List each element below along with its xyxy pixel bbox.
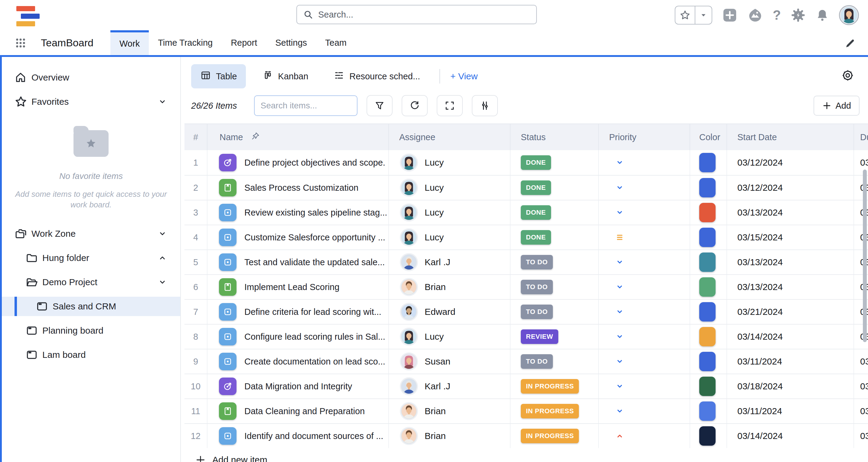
status-cell[interactable]: TO DO bbox=[510, 275, 599, 299]
item-name-cell[interactable]: Data Cleaning and Preparation bbox=[208, 399, 389, 423]
view-tab-table[interactable]: Table bbox=[191, 64, 246, 88]
filter-button[interactable] bbox=[367, 95, 393, 116]
assignee-cell[interactable]: Karl .J bbox=[389, 374, 510, 398]
pin-icon[interactable] bbox=[251, 132, 260, 143]
items-search-input[interactable] bbox=[261, 101, 351, 111]
apps-grid-icon[interactable] bbox=[14, 37, 27, 50]
fullscreen-button[interactable] bbox=[437, 95, 463, 116]
assignee-cell[interactable]: Brian bbox=[389, 424, 510, 448]
priority-cell[interactable] bbox=[599, 225, 690, 250]
refresh-button[interactable] bbox=[402, 95, 428, 116]
achievement-badge-icon[interactable] bbox=[747, 7, 763, 23]
color-swatch[interactable] bbox=[699, 302, 716, 321]
status-cell[interactable]: DONE bbox=[510, 150, 599, 175]
global-search-input[interactable] bbox=[318, 10, 530, 20]
start-date-cell[interactable]: 03/21/2024 bbox=[727, 300, 854, 324]
start-date-cell[interactable]: 03/11/2024 bbox=[727, 349, 854, 374]
color-swatch[interactable] bbox=[699, 178, 716, 197]
view-tab-resource-scheduling[interactable]: Resource sched... bbox=[324, 64, 429, 88]
priority-cell[interactable] bbox=[599, 399, 690, 423]
priority-low-chevron-down-icon[interactable] bbox=[615, 207, 625, 218]
color-cell[interactable] bbox=[690, 150, 727, 175]
color-cell[interactable] bbox=[690, 349, 727, 374]
table-row[interactable]: 6 Implement Lead Scoring Brian bbox=[185, 274, 868, 299]
color-cell[interactable] bbox=[690, 374, 727, 398]
color-cell[interactable] bbox=[690, 225, 727, 250]
assignee-cell[interactable]: Lucy bbox=[389, 225, 510, 250]
priority-cell[interactable] bbox=[599, 324, 690, 349]
start-date-cell[interactable]: 03/12/2024 bbox=[727, 150, 854, 175]
column-header-assignee[interactable]: Assignee bbox=[389, 124, 510, 150]
assignee-cell[interactable]: Susan bbox=[389, 349, 510, 374]
item-name-cell[interactable]: Review existing sales pipeline stag... bbox=[208, 200, 389, 225]
priority-cell[interactable] bbox=[599, 176, 690, 200]
status-badge[interactable]: TO DO bbox=[521, 280, 553, 294]
assignee-cell[interactable]: Karl .J bbox=[389, 250, 510, 274]
status-badge[interactable]: TO DO bbox=[521, 305, 553, 319]
color-cell[interactable] bbox=[690, 399, 727, 423]
priority-low-chevron-down-icon[interactable] bbox=[615, 157, 625, 168]
color-cell[interactable] bbox=[690, 250, 727, 274]
board-settings-gear-icon[interactable] bbox=[841, 68, 855, 84]
assignee-cell[interactable]: Lucy bbox=[389, 200, 510, 225]
due-date-cell[interactable]: 03 bbox=[854, 374, 868, 398]
status-cell[interactable]: DONE bbox=[510, 176, 599, 200]
sidebar-item-favorites[interactable]: Favorites bbox=[2, 92, 180, 111]
color-swatch[interactable] bbox=[699, 352, 716, 371]
color-swatch[interactable] bbox=[699, 228, 716, 247]
item-name-cell[interactable]: Define project objectives and scope. bbox=[208, 150, 389, 175]
table-row[interactable]: 5 Test and validate the updated sale... … bbox=[185, 250, 868, 274]
color-cell[interactable] bbox=[690, 424, 727, 448]
status-badge[interactable]: REVIEW bbox=[521, 329, 558, 344]
tab-time-tracking[interactable]: Time Tracking bbox=[149, 30, 222, 55]
tab-report[interactable]: Report bbox=[222, 30, 266, 55]
column-header-priority[interactable]: Priority bbox=[599, 124, 690, 150]
start-date-cell[interactable]: 03/14/2024 bbox=[727, 324, 854, 349]
favorites-dropdown-caret[interactable] bbox=[695, 6, 712, 24]
table-row[interactable]: 4 Customize Salesforce opportunity ... L… bbox=[185, 225, 868, 250]
status-cell[interactable]: TO DO bbox=[510, 349, 599, 374]
table-row[interactable]: 3 Review existing sales pipeline stag...… bbox=[185, 200, 868, 225]
chevron-down-icon[interactable] bbox=[157, 277, 167, 287]
tab-team[interactable]: Team bbox=[316, 30, 356, 55]
color-swatch[interactable] bbox=[699, 153, 716, 172]
status-badge[interactable]: DONE bbox=[521, 205, 551, 220]
assignee-cell[interactable]: Lucy bbox=[389, 324, 510, 349]
add-new-item-row[interactable]: Add new item bbox=[195, 451, 868, 462]
item-name-cell[interactable]: Create documentation on lead sco... bbox=[208, 349, 389, 374]
edit-pencil-icon[interactable] bbox=[844, 37, 856, 50]
color-swatch[interactable] bbox=[699, 426, 716, 446]
table-row[interactable]: 11 Data Cleaning and Preparation Brian bbox=[185, 398, 868, 423]
favorites-split-button[interactable] bbox=[675, 6, 712, 25]
priority-medium-bars-icon[interactable] bbox=[615, 232, 625, 242]
column-header-name[interactable]: Name bbox=[208, 124, 389, 150]
status-badge[interactable]: DONE bbox=[521, 155, 551, 170]
priority-cell[interactable] bbox=[599, 374, 690, 398]
priority-cell[interactable] bbox=[599, 200, 690, 225]
start-date-cell[interactable]: 03/13/2024 bbox=[727, 200, 854, 225]
table-row[interactable]: 12 Identify and document sources of ... … bbox=[185, 423, 868, 448]
priority-low-chevron-down-icon[interactable] bbox=[615, 356, 625, 367]
status-cell[interactable]: IN PROGRESS bbox=[510, 399, 599, 423]
assignee-cell[interactable]: Brian bbox=[389, 399, 510, 423]
table-row[interactable]: 8 Configure lead scoring rules in Sal...… bbox=[185, 324, 868, 349]
user-avatar[interactable] bbox=[839, 5, 859, 25]
table-row[interactable]: 2 Sales Process Customization Lucy bbox=[185, 175, 868, 200]
color-cell[interactable] bbox=[690, 275, 727, 299]
vertical-scrollbar-thumb[interactable] bbox=[863, 170, 867, 342]
item-name-cell[interactable]: Identify and document sources of ... bbox=[208, 424, 389, 448]
start-date-cell[interactable]: 03/11/2024 bbox=[727, 399, 854, 423]
item-name-cell[interactable]: Test and validate the updated sale... bbox=[208, 250, 389, 274]
global-search[interactable] bbox=[297, 5, 537, 24]
automation-gear-icon[interactable] bbox=[790, 7, 806, 23]
priority-low-chevron-down-icon[interactable] bbox=[615, 282, 625, 292]
tab-work[interactable]: Work bbox=[111, 30, 149, 55]
chevron-down-icon[interactable] bbox=[157, 96, 167, 107]
table-row[interactable]: 9 Create documentation on lead sco... Su… bbox=[185, 349, 868, 374]
status-cell[interactable]: DONE bbox=[510, 225, 599, 250]
items-search[interactable] bbox=[254, 95, 358, 116]
priority-low-chevron-down-icon[interactable] bbox=[615, 381, 625, 392]
status-badge[interactable]: TO DO bbox=[521, 255, 553, 269]
app-logo[interactable] bbox=[16, 5, 40, 26]
priority-high-chevron-up-icon[interactable] bbox=[615, 431, 625, 441]
